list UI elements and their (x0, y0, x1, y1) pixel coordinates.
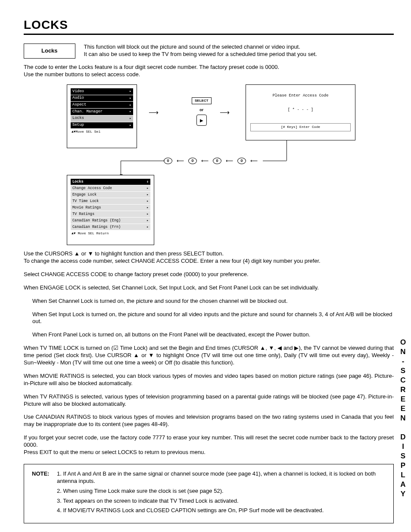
body-p11: If you forget your secret code, use the … (24, 434, 394, 449)
flow-arrow-2: ⟶ (220, 108, 230, 117)
arrow-left-icon: ⟵ (226, 158, 233, 165)
body-p4: When Set Channel Lock is turned on, the … (32, 298, 394, 305)
arrow-left-icon: ⟵ (177, 158, 184, 165)
body-p1b: To change the access code number, select… (24, 258, 394, 265)
menu-item-locks: Locks▸ (71, 115, 133, 122)
page-title: LOCKS (24, 17, 394, 35)
body-p8: When MOVIE RATINGS is selected, you can … (24, 373, 394, 387)
digit-0: 0 (164, 158, 172, 164)
intro-row: Locks This function will block out the p… (24, 44, 394, 59)
menu1-footer: ▲▼Move SEL Sel (71, 129, 133, 134)
diagram: Video▸ Audio▸ Aspect▸ Chan. Manager▸ Loc… (24, 84, 394, 244)
intro-line-1: This function will block out the picture… (84, 44, 394, 51)
access-code-screenshot: Please Enter Access Code [ * - - - ] [# … (246, 84, 355, 140)
submenu-can-frn: Canadian Ratings (Frn)▸ (71, 224, 150, 230)
intro-line-2: It can also be used to keep the TV from … (84, 51, 394, 58)
note-label: NOTE: (32, 470, 57, 517)
digit-1: 0 (188, 158, 197, 164)
locks-box: Locks (24, 44, 75, 59)
body-p2: Select CHANGE ACCESS CODE to change fact… (24, 271, 394, 278)
connector-line (263, 161, 286, 161)
side-tab: ON-SCREEN DISPLAY (398, 338, 408, 499)
menu-item-video: Video▸ (71, 88, 133, 95)
submenu-header: Locks⇕ (71, 179, 150, 185)
submenu-tv-ratings: TV Ratings▸ (71, 211, 150, 217)
select-button-graphic: SELECT (192, 97, 212, 104)
submenu-change-access: Change Access Code▸ (71, 185, 150, 191)
note-item-1: 1. If Ant A and Ant B are in the same si… (57, 470, 386, 485)
body-p9: When TV RATINGS is selected, various typ… (24, 393, 394, 408)
note-item-3: 3. Text appears on the screen to indicat… (57, 498, 386, 505)
access-line-3: [# Keys] Enter Code (250, 123, 351, 131)
access-line-1: Please Enter Access Code (250, 93, 351, 99)
digit-3: 0 (237, 158, 246, 164)
intro-text: This function will block out the picture… (84, 44, 394, 58)
submenu-engage-lock: Engage Lock▸ (71, 192, 150, 198)
code-para-2: Use the number buttons to select access … (24, 71, 394, 78)
body-p1a: Use the CURSORS ▲ or ▼ to highlight func… (24, 250, 394, 258)
body-p5: When Set Input Lock is turned on, the pi… (32, 311, 394, 326)
submenu-movie-ratings: Movie Ratings▸ (71, 205, 150, 211)
code-para-1: The code to enter the Locks feature is a… (24, 64, 394, 71)
connector-line (286, 140, 287, 161)
menu-item-chan-manager: Chan. Manager▸ (71, 109, 133, 115)
menu-item-setup: Setup▸ (71, 122, 133, 129)
locks-submenu-screenshot: Locks⇕ Change Access Code▸ Engage Lock▸ … (67, 175, 154, 245)
body-p7: When TV TIME LOCK is turned on (☑ Time L… (24, 345, 394, 367)
digit-row: 0 ⟵ 0 ⟵ 0 ⟵ 0 ⟵ (164, 158, 258, 165)
menu-item-aspect: Aspect▸ (71, 102, 133, 108)
arrow-left-icon: ⟵ (201, 158, 209, 165)
or-label: or (192, 108, 212, 113)
body-p12: Press EXIT to quit the menu or select LO… (24, 449, 394, 456)
body-p6: When Front Panel Lock is turned on, all … (32, 331, 394, 339)
submenu-tv-time-lock: TV Time Lock▸ (71, 198, 150, 204)
flow-arrow-1: ⟶ (149, 108, 159, 117)
body-p10: Use CANADIAN RATINGS to block various ty… (24, 414, 394, 428)
access-line-2: [ * - - - ] (250, 108, 351, 113)
note-item-2: 2. When using Time Lock make sure the cl… (57, 488, 386, 495)
digit-2: 0 (213, 158, 221, 164)
main-menu-screenshot: Video▸ Audio▸ Aspect▸ Chan. Manager▸ Loc… (67, 84, 137, 148)
arrow-left-icon: ⟵ (250, 158, 258, 165)
play-button-graphic: ▶ (196, 115, 207, 126)
select-or-play: SELECT or ▶ (192, 97, 212, 126)
note-item-4: 4. If MOVIE/TV RATINGS Lock and CLOSED C… (57, 507, 386, 514)
body-p3: When ENGAGE LOCK is selected, Set Channe… (24, 284, 394, 292)
submenu-can-eng: Canadian Ratings (Eng)▸ (71, 218, 150, 224)
connector-line (121, 161, 165, 161)
submenu-footer: ▲▼ Move SEL Return (71, 231, 150, 236)
note-box: NOTE: 1. If Ant A and Ant B are in the s… (24, 464, 394, 523)
menu-item-audio: Audio▸ (71, 95, 133, 102)
